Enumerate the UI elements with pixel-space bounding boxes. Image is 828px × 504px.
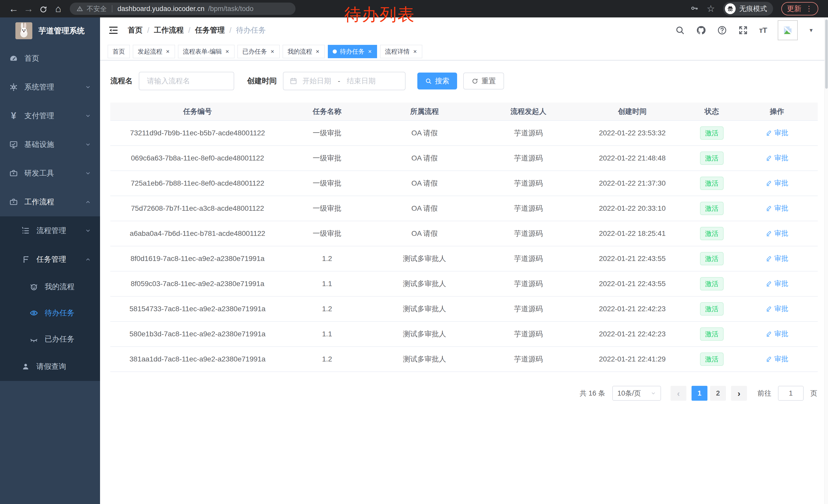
column-header: 所属流程 bbox=[369, 102, 480, 121]
robot-icon bbox=[29, 282, 39, 292]
pagination: 共 16 条 10条/页 ‹ 12 › 前往 页 bbox=[110, 386, 818, 401]
approve-link[interactable]: 审批 bbox=[766, 178, 788, 188]
help-icon[interactable] bbox=[717, 25, 727, 35]
sidebar-item-workflow[interactable]: 工作流程 bbox=[0, 188, 100, 216]
breadcrumb-item[interactable]: 首页 bbox=[128, 25, 142, 35]
approve-link[interactable]: 审批 bbox=[766, 254, 788, 263]
sidebar-item-task-management[interactable]: 任务管理 bbox=[0, 245, 100, 274]
tab-form-edit[interactable]: 流程表单-编辑× bbox=[178, 45, 235, 58]
font-size-icon[interactable]: ᴛT bbox=[759, 26, 767, 35]
close-icon[interactable]: × bbox=[315, 48, 320, 55]
github-icon[interactable] bbox=[696, 25, 706, 35]
bookmark-star-icon[interactable]: ☆ bbox=[707, 5, 715, 13]
scrollbar[interactable] bbox=[824, 17, 828, 504]
approve-link[interactable]: 审批 bbox=[766, 279, 788, 288]
close-icon[interactable]: × bbox=[413, 48, 417, 55]
cell-action: 审批 bbox=[736, 171, 818, 196]
approve-link[interactable]: 审批 bbox=[766, 203, 788, 213]
home-icon[interactable]: ⌂ bbox=[51, 0, 66, 17]
goto-page-input[interactable] bbox=[778, 386, 803, 401]
breadcrumb-item[interactable]: 任务管理 bbox=[195, 25, 225, 35]
avatar[interactable] bbox=[778, 20, 798, 40]
fullscreen-icon[interactable] bbox=[738, 25, 748, 35]
cell-status: 激活 bbox=[688, 121, 736, 146]
cell-starter: 芋道源码 bbox=[480, 146, 577, 171]
close-icon[interactable]: × bbox=[368, 48, 372, 55]
search-button[interactable]: 搜索 bbox=[417, 73, 457, 89]
approve-link[interactable]: 审批 bbox=[766, 354, 788, 364]
breadcrumb-separator: / bbox=[147, 26, 149, 35]
avatar-caret-icon[interactable]: ▼ bbox=[809, 28, 814, 33]
page-button-1[interactable]: 1 bbox=[692, 386, 707, 401]
close-icon[interactable]: × bbox=[165, 48, 170, 55]
browser-toolbar: ← → ⌂ 不安全 dashboard.yudao.iocoder.cn/bpm… bbox=[0, 0, 828, 17]
prev-page-button[interactable]: ‹ bbox=[670, 386, 687, 401]
close-icon[interactable]: × bbox=[225, 48, 230, 55]
sidebar-item-todo-tasks[interactable]: 待办任务 bbox=[0, 300, 100, 326]
tab-my-process[interactable]: 我的流程× bbox=[283, 45, 325, 58]
sidebar-logo[interactable]: 芋道管理系统 bbox=[0, 17, 100, 44]
search-icon[interactable] bbox=[675, 25, 685, 35]
cell-starter: 芋道源码 bbox=[480, 121, 577, 146]
breadcrumb-item[interactable]: 工作流程 bbox=[154, 25, 184, 35]
sidebar-item-system-management[interactable]: 系统管理 bbox=[0, 73, 100, 101]
page-size-select[interactable]: 10条/页 bbox=[612, 386, 661, 401]
status-badge: 激活 bbox=[700, 252, 723, 265]
approve-link[interactable]: 审批 bbox=[766, 229, 788, 238]
sidebar-item-infrastructure[interactable]: 基础设施 bbox=[0, 130, 100, 159]
tab-process-detail[interactable]: 流程详情× bbox=[380, 45, 422, 58]
cell-task_name: 1.1 bbox=[285, 321, 369, 347]
range-separator: - bbox=[338, 77, 340, 85]
status-badge: 激活 bbox=[700, 353, 723, 366]
tab-start-process[interactable]: 发起流程× bbox=[133, 45, 175, 58]
reload-icon[interactable] bbox=[36, 0, 51, 17]
reset-button[interactable]: 重置 bbox=[463, 73, 504, 89]
cell-process: 测试多审批人 bbox=[369, 321, 480, 347]
cell-created: 2022-01-21 22:42:23 bbox=[577, 321, 688, 347]
status-badge: 激活 bbox=[700, 227, 723, 240]
sidebar-item-dev-tools[interactable]: 研发工具 bbox=[0, 159, 100, 188]
sidebar-item-leave-query[interactable]: 请假查询 bbox=[0, 352, 100, 381]
cell-starter: 芋道源码 bbox=[480, 196, 577, 221]
eye-closed-icon bbox=[29, 334, 39, 344]
page-size-value: 10条/页 bbox=[617, 388, 641, 398]
tab-home[interactable]: 首页 bbox=[108, 45, 130, 58]
sidebar-item-home[interactable]: 首页 bbox=[0, 44, 100, 73]
date-range-picker[interactable]: 开始日期 - 结束日期 bbox=[283, 72, 406, 90]
edit-pencil-icon bbox=[766, 130, 772, 136]
process-name-input[interactable] bbox=[139, 72, 234, 90]
edit-pencil-icon bbox=[766, 356, 772, 362]
sidebar-fold-icon[interactable] bbox=[108, 25, 119, 36]
url-path: /bpm/task/todo bbox=[208, 5, 253, 13]
approve-link[interactable]: 审批 bbox=[766, 304, 788, 313]
cell-created: 2022-01-21 22:43:55 bbox=[577, 246, 688, 271]
back-icon[interactable]: ← bbox=[6, 0, 21, 17]
close-icon[interactable]: × bbox=[270, 48, 275, 55]
cell-task_id: 73211d9d-7b9b-11ec-b5b7-acde48001122 bbox=[110, 121, 285, 146]
goto-suffix: 页 bbox=[810, 388, 817, 398]
browser-update-button[interactable]: 更新 ⋮ bbox=[781, 2, 818, 15]
approve-link[interactable]: 审批 bbox=[766, 329, 788, 338]
password-key-icon[interactable] bbox=[690, 4, 699, 13]
browser-menu-icon[interactable]: ⋮ bbox=[805, 5, 813, 12]
sidebar-item-process-management[interactable]: 流程管理 bbox=[0, 216, 100, 245]
sidebar-item-payment-management[interactable]: ¥支付管理 bbox=[0, 101, 100, 130]
approve-link[interactable]: 审批 bbox=[766, 153, 788, 163]
cell-task_name: 1.2 bbox=[285, 246, 369, 271]
tab-done-tasks[interactable]: 已办任务× bbox=[238, 45, 280, 58]
workflow-submenu: 流程管理任务管理我的流程待办任务已办任务请假查询 bbox=[0, 216, 100, 381]
cell-starter: 芋道源码 bbox=[480, 347, 577, 372]
app-title: 芋道管理系统 bbox=[38, 26, 85, 36]
page-button-2[interactable]: 2 bbox=[710, 386, 726, 401]
toolbox-icon bbox=[8, 168, 19, 178]
tab-todo-tasks[interactable]: 待办任务× bbox=[328, 45, 377, 58]
address-bar[interactable]: 不安全 dashboard.yudao.iocoder.cn/bpm/task/… bbox=[70, 3, 295, 15]
approve-link[interactable]: 审批 bbox=[766, 128, 788, 137]
sidebar-item-done-tasks[interactable]: 已办任务 bbox=[0, 326, 100, 352]
scrollbar-thumb[interactable] bbox=[825, 19, 828, 89]
sidebar-item-my-process[interactable]: 我的流程 bbox=[0, 274, 100, 300]
edit-pencil-icon bbox=[766, 180, 772, 186]
forward-icon[interactable]: → bbox=[21, 0, 36, 17]
next-page-button[interactable]: › bbox=[731, 386, 747, 401]
cell-task_id: 75d72608-7b7f-11ec-a3c8-acde48001122 bbox=[110, 196, 285, 221]
